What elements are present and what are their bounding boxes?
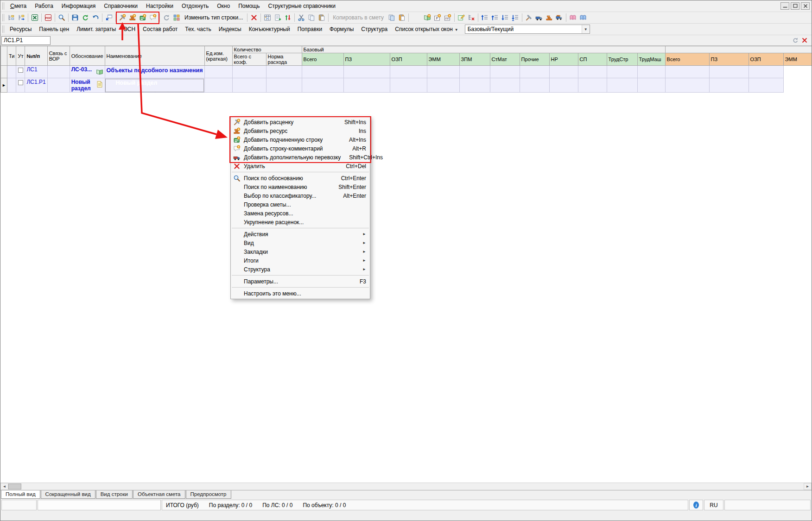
minimize-button[interactable] — [780, 2, 789, 10]
add-subrow-button[interactable] — [138, 13, 148, 23]
edit-row-button[interactable] — [456, 13, 466, 23]
view-tab-2[interactable]: Вид строки — [96, 490, 133, 499]
change-row-type-button[interactable]: Изменить тип строки... — [182, 13, 246, 22]
column-group-header[interactable] — [665, 46, 812, 53]
grid-cell[interactable] — [232, 78, 266, 93]
save-button[interactable] — [70, 13, 80, 23]
blue-book-button[interactable] — [578, 13, 588, 23]
context-menu-item-12[interactable]: Укрупнение расценок... — [231, 218, 370, 226]
grid-cell[interactable] — [490, 78, 520, 93]
column-header[interactable]: ЗПМ — [459, 53, 490, 66]
grid-cell[interactable] — [749, 66, 783, 78]
column-header[interactable]: СтМат — [490, 53, 520, 66]
grid-cell[interactable] — [709, 66, 749, 78]
rate-pp-button[interactable]: ПП — [443, 13, 453, 23]
column-header[interactable]: ОЗП — [749, 53, 783, 66]
truck-bricks-button[interactable] — [554, 13, 565, 23]
context-menu-item-3[interactable]: Добавить строку-комментарийAlt+R — [231, 144, 370, 153]
scroll-left-icon[interactable]: ◄ — [0, 483, 8, 490]
column-header[interactable]: ОЗП — [390, 53, 427, 66]
hscroll-thumb[interactable] — [8, 483, 21, 490]
column-header[interactable]: Всего — [302, 53, 343, 66]
column-header[interactable]: Связь с ВОР — [47, 46, 70, 66]
grid-cell[interactable] — [343, 78, 390, 93]
rate-p-button[interactable]: Р — [432, 13, 443, 23]
current-position-input[interactable] — [1, 36, 51, 45]
context-menu-item-18[interactable]: Структура► — [231, 265, 370, 274]
grid-cell[interactable] — [266, 66, 302, 78]
column-header[interactable]: ТрудМаш — [637, 53, 665, 66]
close-button[interactable] — [801, 2, 810, 10]
close-panel-icon[interactable] — [801, 37, 808, 44]
open-windows-dropdown[interactable]: Список открытых окон▼ — [391, 25, 462, 34]
context-menu-item-20[interactable]: Параметры...F3 — [231, 277, 370, 286]
pdf-export-button[interactable]: PDF — [43, 13, 53, 23]
collapse-structure-button[interactable] — [6, 13, 16, 23]
truck-button[interactable] — [534, 13, 544, 23]
view-tab-1[interactable]: Сокращенный вид — [41, 490, 95, 499]
grid-cell[interactable] — [520, 66, 549, 78]
horizontal-scrollbar[interactable]: ◄ ► — [0, 483, 812, 490]
name-cell[interactable]: Новый раздел — [105, 78, 204, 93]
delete-row-button[interactable] — [466, 13, 476, 23]
column-header[interactable]: Всего — [665, 53, 709, 66]
menu-item-1[interactable]: Работа — [31, 1, 57, 11]
cut-button[interactable] — [296, 13, 306, 23]
status-info[interactable]: i — [689, 500, 703, 510]
view-tab-3[interactable]: Объектная смета — [133, 490, 185, 499]
column-group-header[interactable]: Базовый — [302, 46, 665, 53]
grid-cell[interactable] — [390, 78, 427, 93]
context-menu-item-16[interactable]: Закладки► — [231, 247, 370, 256]
menu-item-3[interactable]: Справочники — [100, 1, 142, 11]
approve-checkbox[interactable] — [18, 80, 23, 85]
column-header[interactable]: Всего с коэф. — [232, 53, 266, 66]
paste-estimate-button[interactable] — [397, 13, 407, 23]
grid-cell[interactable] — [16, 66, 25, 78]
column-header[interactable] — [1, 46, 7, 66]
view-tab-4[interactable]: Предпросмотр — [186, 490, 231, 499]
column-header[interactable]: ПЗ — [343, 53, 390, 66]
column-header[interactable]: НР — [549, 53, 578, 66]
context-menu-item-22[interactable]: Настроить это меню... — [231, 289, 370, 298]
grid-cell[interactable] — [204, 66, 232, 78]
panel-button-5[interactable]: Тех. часть — [181, 25, 215, 34]
grid-cell[interactable] — [549, 78, 578, 93]
context-menu-item-1[interactable]: Добавить ресурсIns — [231, 126, 370, 135]
context-menu-item-14[interactable]: Действия► — [231, 230, 370, 239]
add-comment-button[interactable] — [148, 13, 158, 23]
column-group-header[interactable]: Количество — [232, 46, 302, 53]
grid-cell[interactable] — [665, 78, 709, 93]
row-number-cell[interactable]: ЛС1 — [25, 66, 47, 78]
grid-cell[interactable] — [302, 78, 343, 93]
change-row-type-button[interactable] — [161, 13, 171, 23]
context-menu-item-0[interactable]: Добавить расценкуShift+Ins — [231, 118, 370, 126]
grid-cell[interactable] — [232, 66, 266, 78]
grid-cell[interactable] — [749, 78, 783, 93]
outdent-first-button[interactable] — [480, 13, 490, 23]
context-menu-item-4[interactable]: Добавить дополнительную перевозкуShift+C… — [231, 153, 370, 162]
context-menu-item-8[interactable]: Поиск по наименованиюShift+Enter — [231, 182, 370, 191]
panel-button-2[interactable]: Лимит. затраты — [73, 25, 120, 34]
grid-cell[interactable] — [709, 78, 749, 93]
context-menu-item-7[interactable]: Поиск по обоснованиюCtrl+Enter — [231, 174, 370, 182]
book-gear-button[interactable] — [422, 13, 432, 23]
row-number-cell[interactable]: ЛС1.Р1 — [25, 78, 47, 93]
justification-cell[interactable]: Новый раздел — [70, 78, 105, 93]
column-header[interactable]: ЭММ — [427, 53, 459, 66]
scroll-right-icon[interactable]: ► — [804, 483, 812, 490]
column-header[interactable]: ТрудСтр — [607, 53, 637, 66]
column-header[interactable]: Прочие — [520, 53, 549, 66]
excel-export-button[interactable] — [30, 13, 40, 23]
view-tab-0[interactable]: Полный вид — [1, 490, 40, 499]
grid-cell[interactable] — [7, 66, 16, 78]
grid-cell[interactable] — [459, 78, 490, 93]
column-header[interactable]: Норма расхода — [266, 53, 302, 66]
panel-button-8[interactable]: Поправки — [294, 25, 326, 34]
approve-checkbox[interactable] — [18, 68, 23, 73]
copy-button[interactable] — [306, 13, 317, 23]
panel-button-10[interactable]: Структура — [357, 25, 391, 34]
column-header[interactable]: ПЗ — [709, 53, 749, 66]
panel-button-0[interactable]: Ресурсы — [6, 25, 35, 34]
menu-item-5[interactable]: Отдохнуть — [178, 1, 213, 11]
panel-button-3[interactable]: ЭСН — [120, 25, 139, 34]
